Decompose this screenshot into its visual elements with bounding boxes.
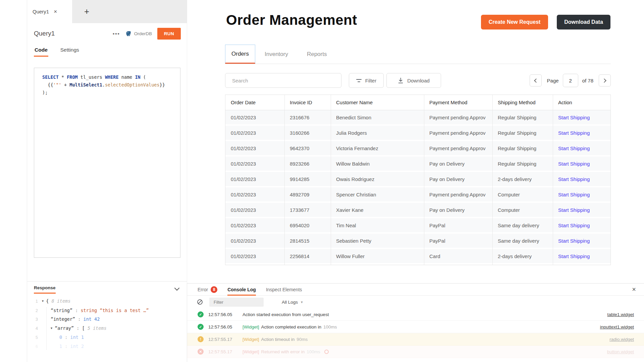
line-number: 4: [30, 324, 38, 333]
start-shipping-link[interactable]: Start Shipping: [558, 223, 590, 228]
create-new-request-button[interactable]: Create New Request: [481, 15, 548, 29]
query-tab-label: Query1: [33, 9, 49, 14]
start-shipping-link[interactable]: Start Shipping: [558, 207, 590, 213]
start-shipping-link[interactable]: Start Shipping: [558, 145, 590, 151]
response-section: Response 1▼{ 8 items2“string” : string “…: [27, 281, 187, 362]
filter-icon: [356, 79, 362, 82]
download-data-button[interactable]: Download Data: [557, 15, 610, 29]
warning-icon: !: [198, 336, 204, 342]
tab-reports[interactable]: Reports: [298, 45, 336, 64]
table-cell-action: Start Shipping: [553, 223, 610, 228]
success-icon: ✓: [198, 311, 204, 317]
widget-link[interactable]: radio.widget: [609, 337, 634, 342]
table-cell: Regular Shipping: [492, 115, 553, 120]
table-cell: Computer: [492, 192, 553, 197]
line-number: 1: [30, 297, 38, 306]
query-tab[interactable]: Query1 ×: [27, 0, 72, 23]
line-number: 2: [30, 307, 38, 315]
next-page-button[interactable]: [599, 74, 611, 86]
query-title: Query1: [34, 30, 55, 37]
download-button-label: Download: [407, 78, 430, 83]
table-cell: Xavier Kane: [331, 207, 424, 213]
table-cell: 1733677: [284, 207, 331, 213]
page-number-input[interactable]: [563, 74, 578, 87]
json-line: 61 : int 2: [27, 342, 187, 351]
table-cell: 2814515: [284, 238, 331, 244]
filter-button[interactable]: Filter: [349, 73, 384, 88]
column-divider: [424, 95, 424, 265]
table-cell: 01/02/2023: [225, 253, 284, 259]
widget-link[interactable]: table1.widget: [607, 312, 634, 317]
table-cell: 4892709: [284, 192, 331, 197]
table-cell-action: Start Shipping: [553, 130, 610, 136]
table-cell-action: Start Shipping: [553, 145, 610, 151]
table-cell: Pay on Delivery: [424, 161, 492, 167]
table-cell: 9914285: [284, 176, 331, 182]
response-header: Response: [27, 282, 187, 296]
error-tab-label: Error: [198, 287, 208, 292]
json-line: 4▼“array” : [ 5 items: [27, 324, 187, 334]
column-header: Customer Name: [331, 100, 424, 105]
chevron-down-icon[interactable]: [174, 286, 180, 291]
log-duration: 90ms: [297, 337, 308, 342]
error-count-badge: 8: [211, 286, 217, 293]
tab-inspect-elements[interactable]: Inspect Elements: [266, 284, 302, 295]
widget-link[interactable]: button.widget: [607, 349, 634, 354]
filter-button-label: Filter: [365, 78, 376, 83]
close-tab-icon[interactable]: ×: [54, 8, 57, 15]
tab-inventory-label: Inventory: [265, 51, 288, 58]
log-message: Action started execution from user_reque…: [243, 312, 329, 317]
start-shipping-link[interactable]: Start Shipping: [558, 192, 590, 197]
close-console-icon[interactable]: ×: [632, 286, 636, 293]
table-cell: 01/02/2023: [225, 130, 284, 136]
column-header: Shipping Method: [492, 100, 553, 105]
add-query-tab-icon[interactable]: +: [84, 0, 89, 23]
tab-error[interactable]: Error 8: [198, 284, 217, 295]
sql-editor[interactable]: SELECT * FROM tl_users WHERE name IN ( {…: [34, 68, 180, 258]
more-menu-icon[interactable]: •••: [113, 31, 120, 37]
console-log-entry: ✓12:57:56.05[Widget]Action completed exe…: [187, 321, 644, 333]
tab-code-label: Code: [35, 47, 48, 53]
log-level-dropdown[interactable]: All Logs ▾: [282, 300, 303, 305]
start-shipping-link[interactable]: Start Shipping: [558, 253, 590, 259]
widget-link[interactable]: inputtext1.widget: [600, 324, 634, 329]
table-cell: Regular Shipping: [492, 161, 553, 167]
table-cell: Payment pending Approv: [424, 130, 492, 136]
table-cell: 01/02/2023: [225, 238, 284, 244]
table-cell: Payment pending Approv: [424, 145, 492, 151]
table-cell: Benedict Simon: [331, 115, 424, 120]
table-cell-action: Start Shipping: [553, 161, 610, 167]
datasource-name[interactable]: OrderDB: [134, 31, 152, 36]
tab-orders[interactable]: Orders: [225, 45, 255, 64]
collapse-arrow-icon[interactable]: ▼: [42, 297, 44, 306]
tab-code[interactable]: Code: [34, 47, 48, 57]
table-cell: Regular Shipping: [492, 145, 553, 151]
tab-inventory[interactable]: Inventory: [255, 45, 298, 64]
log-filter-input[interactable]: [209, 298, 264, 307]
tab-reports-label: Reports: [307, 51, 327, 58]
log-source-tag: [Widget]: [243, 349, 259, 354]
search-input[interactable]: [225, 73, 341, 88]
start-shipping-link[interactable]: Start Shipping: [558, 176, 590, 182]
tab-console-log[interactable]: Console Log: [227, 284, 256, 295]
start-shipping-link[interactable]: Start Shipping: [558, 238, 590, 244]
table-cell: 01/02/2023: [225, 176, 284, 182]
run-button[interactable]: RUN: [157, 28, 181, 40]
prev-page-button[interactable]: [530, 74, 542, 86]
clear-logs-icon[interactable]: [197, 299, 203, 305]
postgresql-icon: [125, 31, 132, 37]
query-header: Query1 ••• OrderDB RUN: [34, 27, 181, 40]
json-line: 50 : int 1: [27, 333, 187, 342]
start-shipping-link[interactable]: Start Shipping: [558, 161, 590, 167]
table-cell: 01/02/2023: [225, 192, 284, 197]
tab-orders-label: Orders: [231, 51, 249, 57]
download-button[interactable]: Download: [386, 73, 441, 88]
start-shipping-link[interactable]: Start Shipping: [558, 115, 590, 120]
tab-settings[interactable]: Settings: [60, 47, 80, 57]
table-cell: 2316676: [284, 115, 331, 120]
start-shipping-link[interactable]: Start Shipping: [558, 130, 590, 136]
chevron-right-icon: [602, 78, 606, 83]
query-editor-panel: Query1 × + Query1 ••• OrderDB RUN Code: [27, 0, 187, 362]
collapse-arrow-icon[interactable]: ▼: [51, 324, 52, 333]
column-divider: [331, 95, 331, 265]
